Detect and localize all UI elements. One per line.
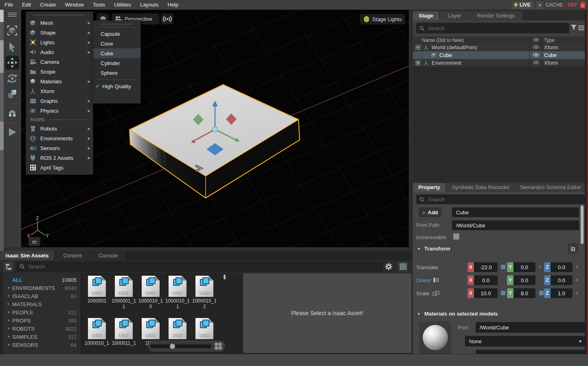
visibility-column-eye-icon[interactable] (532, 37, 540, 43)
toolbar-drag-handle-icon[interactable] (8, 12, 17, 17)
menu-item-mesh[interactable]: Mesh ▶ (26, 18, 93, 28)
scale-link-icon[interactable] (432, 291, 440, 296)
rotate-tool-button[interactable] (5, 72, 19, 85)
visibility-eye-icon[interactable] (532, 44, 540, 50)
translate-y-default-indicator[interactable] (539, 266, 541, 268)
grid-scrollbar[interactable] (224, 274, 226, 279)
menu-item-shape[interactable]: Shape ▶ (26, 28, 93, 37)
menu-window[interactable]: Window (60, 0, 88, 10)
submenu-item-cube[interactable]: Cube (93, 48, 140, 58)
menu-item-audio[interactable]: Audio ▶ (26, 47, 93, 57)
menu-item-graphs[interactable]: Graphs ▶ (26, 96, 93, 106)
scale-z-field[interactable]: 1.0 (551, 288, 573, 298)
prim-name-field[interactable]: Cube (452, 207, 579, 217)
category-props[interactable]: + PROPS 395 (3, 316, 81, 325)
category-isaaclab[interactable]: + ISAACLAB 60 (3, 292, 81, 300)
submenu-item-cone[interactable]: Cone (93, 39, 140, 48)
asset-item[interactable]: USD 1000011_1 (111, 318, 137, 346)
scale-x-changed-indicator[interactable] (501, 291, 505, 295)
tree-row-environment[interactable]: + Environment Xform (413, 59, 585, 67)
asset-item[interactable]: USD 1000001_11 (111, 276, 137, 309)
category-environments[interactable]: + ENVIRONMENTS 6040 (3, 284, 81, 292)
thumbnail-size-slider[interactable] (148, 341, 225, 351)
menu-item-april-tags[interactable]: April Tags (26, 163, 93, 172)
orient-y-field[interactable]: 0.0 (513, 275, 535, 285)
menu-create[interactable]: Create (35, 0, 60, 10)
add-property-button[interactable]: + Add (419, 207, 441, 217)
transform-section-header[interactable]: ▼ Transform (417, 246, 450, 252)
tab-render-settings[interactable]: Render Settings (470, 11, 522, 20)
stage-lights-button[interactable]: Stage Lights (360, 14, 405, 24)
tab-content[interactable]: Content (55, 251, 90, 260)
menu-layouts[interactable]: Layouts (136, 0, 163, 10)
submenu-tearoff-handle[interactable] (101, 24, 133, 24)
asset-item[interactable]: USD 1000010_10 (138, 276, 164, 309)
menu-tearoff-handle[interactable] (33, 15, 86, 15)
material-select-dropdown[interactable]: None ▼ (465, 336, 586, 346)
settings-gear-icon[interactable] (385, 263, 393, 270)
column-name[interactable]: Name (Old to New) (422, 37, 464, 43)
slider-track[interactable] (150, 344, 211, 348)
gizmo-center-handle[interactable] (213, 127, 218, 132)
scale-y-field[interactable]: 8.0 (513, 288, 535, 298)
live-dropdown-button[interactable]: ▾ (536, 1, 543, 9)
asset-item[interactable]: USD 1000001 (84, 276, 110, 304)
translate-x-changed-indicator[interactable] (501, 265, 505, 269)
tree-view-toggle-button[interactable] (3, 261, 13, 272)
submenu-item-capsule[interactable]: Capsule (93, 29, 140, 39)
property-scrollbar[interactable] (581, 205, 584, 244)
column-type[interactable]: Type (544, 37, 555, 43)
submenu-item-high-quality[interactable]: ✔ High Quality (93, 81, 140, 91)
play-button[interactable] (5, 125, 19, 139)
orient-x-field[interactable]: 0.0 (474, 275, 498, 285)
asset-item[interactable]: USD 1000010_11 (165, 276, 191, 309)
expand-expander-icon[interactable]: + (415, 60, 421, 65)
view-mode-button[interactable] (398, 261, 408, 272)
move-tool-button[interactable] (5, 56, 19, 70)
menu-file[interactable]: File (0, 0, 18, 10)
tree-row-cube[interactable]: Cube Cube (413, 51, 585, 59)
asset-item[interactable]: USD 1000010_12 (191, 276, 217, 309)
scale-z-default-indicator[interactable] (576, 292, 578, 294)
menu-item-ros2-assets[interactable]: ROS 2 Assets ▶ (26, 153, 93, 163)
instanceable-checkbox[interactable] (453, 233, 459, 240)
category-robots[interactable]: + ROBOTS 3822 (3, 325, 81, 333)
translate-z-field[interactable]: 0.0 (551, 262, 573, 272)
material-prim-field[interactable]: /World/Cube (476, 322, 586, 333)
category-samples[interactable]: + SAMPLES 112 (3, 333, 81, 341)
live-button[interactable]: LIVE (512, 1, 534, 9)
menu-item-environments[interactable]: Environments ▶ (26, 133, 93, 143)
scale-y-changed-indicator[interactable] (539, 291, 544, 295)
select-tool-button[interactable] (5, 40, 19, 54)
scale-x-field[interactable]: 10.0 (474, 288, 498, 298)
translate-z-default-indicator[interactable] (576, 266, 578, 268)
menu-item-camera[interactable]: Camera (26, 57, 93, 67)
tab-semantics-schema-editor[interactable]: Semantics Schema Editor (516, 183, 585, 192)
menu-tools[interactable]: Tools (88, 0, 110, 10)
orient-keys-icon[interactable] (433, 277, 439, 283)
category-people[interactable]: + PEOPLE 312 (3, 308, 81, 316)
grid-view-icon[interactable] (214, 342, 223, 350)
asset-item[interactable]: USD (165, 318, 191, 339)
options-burger-icon[interactable] (578, 25, 584, 30)
assets-search-input[interactable] (28, 263, 380, 270)
prim-path-field[interactable]: /World/Cube (452, 220, 579, 230)
property-search-input[interactable] (427, 196, 581, 203)
cache-file-icon[interactable] (580, 2, 586, 8)
snap-tool-button[interactable] (5, 106, 19, 120)
orient-z-field[interactable]: 0.0 (551, 275, 573, 285)
category-materials[interactable]: • MATERIALS (3, 300, 81, 308)
translate-x-field[interactable]: -22.0 (474, 262, 498, 272)
submenu-item-sphere[interactable]: Sphere (93, 68, 140, 78)
menu-item-scope[interactable]: Scope (26, 67, 93, 76)
menu-edit[interactable]: Edit (18, 0, 35, 10)
menu-utilities[interactable]: Utilities (110, 0, 136, 10)
assets-search[interactable] (16, 261, 383, 272)
menu-help[interactable]: Help (163, 0, 183, 10)
menu-item-robots[interactable]: Robots ▶ (26, 124, 93, 133)
tab-property[interactable]: Property (413, 183, 446, 192)
scale-tool-button[interactable] (5, 87, 19, 101)
asset-item[interactable]: USD 1000010_1 (84, 318, 110, 346)
tab-isaac-sim-assets[interactable]: Isaac Sim Assets (0, 251, 55, 260)
tree-row-world[interactable]: − World (defaultPrim) Xform (413, 44, 585, 52)
